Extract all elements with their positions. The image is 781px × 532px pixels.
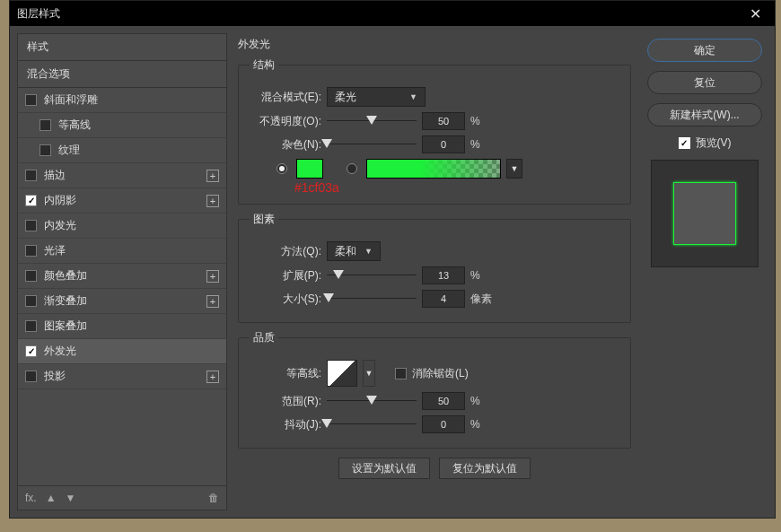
sidebar-header-blend[interactable]: 混合选项 bbox=[18, 61, 226, 88]
new-style-button[interactable]: 新建样式(W)... bbox=[647, 103, 762, 126]
settings-panel: 外发光 结构 混合模式(E): 柔光 ▼ 不透明度(O): % bbox=[234, 33, 635, 510]
sidebar-item[interactable]: 颜色叠加+ bbox=[18, 264, 226, 289]
blend-mode-select[interactable]: 柔光 ▼ bbox=[327, 87, 426, 107]
sidebar-item[interactable]: 外发光 bbox=[18, 339, 226, 364]
elements-group: 图素 方法(Q): 柔和 ▼ 扩展(P): % 大小(S): bbox=[238, 212, 631, 323]
range-input[interactable] bbox=[422, 392, 465, 410]
style-label: 描边 bbox=[44, 168, 206, 183]
add-effect-icon[interactable]: + bbox=[206, 295, 219, 308]
reset-default-button[interactable]: 复位为默认值 bbox=[439, 458, 531, 479]
noise-slider[interactable] bbox=[327, 138, 417, 151]
titlebar: 图层样式 ✕ bbox=[10, 1, 775, 26]
sidebar-item[interactable]: 光泽 bbox=[18, 239, 226, 264]
spread-unit: % bbox=[470, 269, 497, 282]
style-label: 图案叠加 bbox=[44, 318, 219, 334]
sidebar-item[interactable]: 纹理 bbox=[18, 138, 226, 163]
style-checkbox[interactable] bbox=[25, 245, 37, 257]
sidebar-footer: fx. ▲ ▼ 🗑 bbox=[18, 485, 226, 510]
spread-slider[interactable] bbox=[327, 269, 417, 282]
contour-label: 等高线: bbox=[250, 366, 321, 381]
set-default-button[interactable]: 设置为默认值 bbox=[338, 458, 430, 479]
down-icon[interactable]: ▼ bbox=[66, 492, 76, 504]
style-checkbox[interactable] bbox=[25, 195, 37, 206]
sidebar-item[interactable]: 斜面和浮雕 bbox=[18, 88, 226, 113]
sidebar-item[interactable]: 渐变叠加+ bbox=[18, 289, 226, 314]
gradient-chevron-icon[interactable]: ▼ bbox=[506, 159, 522, 179]
style-label: 斜面和浮雕 bbox=[44, 92, 219, 108]
size-unit: 像素 bbox=[470, 292, 497, 307]
solid-color-radio[interactable] bbox=[276, 163, 287, 174]
sidebar-item[interactable]: 内发光 bbox=[18, 214, 226, 239]
ok-button[interactable]: 确定 bbox=[647, 39, 762, 62]
chevron-down-icon: ▼ bbox=[409, 92, 417, 101]
jitter-label: 抖动(J): bbox=[250, 417, 321, 432]
contour-picker[interactable] bbox=[327, 360, 357, 387]
add-effect-icon[interactable]: + bbox=[206, 270, 219, 283]
antialias-label: 消除锯齿(L) bbox=[412, 366, 469, 381]
close-icon[interactable]: ✕ bbox=[742, 5, 768, 22]
quality-legend: 品质 bbox=[250, 330, 278, 345]
style-label: 等高线 bbox=[58, 118, 219, 133]
technique-select[interactable]: 柔和 ▼ bbox=[327, 241, 381, 261]
sidebar-item[interactable]: 图案叠加 bbox=[18, 314, 226, 339]
style-checkbox[interactable] bbox=[25, 295, 37, 307]
size-slider[interactable] bbox=[327, 292, 417, 305]
range-slider[interactable] bbox=[327, 395, 417, 407]
sidebar-item[interactable]: 内阴影+ bbox=[18, 188, 226, 214]
sidebar-item[interactable]: 等高线 bbox=[18, 113, 226, 138]
size-input[interactable] bbox=[422, 290, 465, 308]
quality-group: 品质 等高线: ▼ 消除锯齿(L) 范围(R): % 抖动(J): bbox=[238, 330, 631, 449]
jitter-input[interactable] bbox=[422, 415, 465, 433]
style-checkbox[interactable] bbox=[25, 345, 37, 357]
size-label: 大小(S): bbox=[250, 292, 321, 307]
up-icon[interactable]: ▲ bbox=[46, 492, 57, 504]
style-checkbox[interactable] bbox=[25, 94, 37, 106]
style-checkbox[interactable] bbox=[25, 220, 37, 231]
style-checkbox[interactable] bbox=[25, 170, 37, 181]
fx-icon[interactable]: fx. bbox=[25, 492, 37, 504]
style-label: 内阴影 bbox=[44, 193, 206, 208]
preview-checkbox-row[interactable]: 预览(V) bbox=[679, 135, 732, 151]
jitter-unit: % bbox=[470, 418, 497, 431]
style-label: 纹理 bbox=[58, 143, 219, 158]
spread-label: 扩展(P): bbox=[250, 268, 321, 283]
layer-style-dialog: 图层样式 ✕ 样式 混合选项 斜面和浮雕等高线纹理描边+内阴影+内发光光泽颜色叠… bbox=[9, 0, 776, 519]
style-checkbox[interactable] bbox=[39, 119, 51, 131]
blend-mode-label: 混合模式(E): bbox=[250, 90, 321, 105]
sidebar-item[interactable]: 投影+ bbox=[18, 364, 226, 389]
color-swatch[interactable] bbox=[296, 159, 323, 179]
gradient-swatch[interactable] bbox=[366, 159, 501, 179]
sidebar-item[interactable]: 描边+ bbox=[18, 163, 226, 188]
content: 样式 混合选项 斜面和浮雕等高线纹理描边+内阴影+内发光光泽颜色叠加+渐变叠加+… bbox=[10, 26, 775, 518]
add-effect-icon[interactable]: + bbox=[206, 170, 219, 182]
noise-label: 杂色(N): bbox=[250, 137, 321, 153]
sidebar-header-styles[interactable]: 样式 bbox=[18, 34, 226, 61]
style-label: 内发光 bbox=[44, 218, 219, 233]
contour-chevron-icon[interactable]: ▼ bbox=[363, 360, 375, 387]
style-label: 投影 bbox=[44, 369, 206, 384]
cancel-button[interactable]: 复位 bbox=[647, 71, 762, 94]
style-checkbox[interactable] bbox=[25, 270, 37, 282]
style-checkbox[interactable] bbox=[25, 320, 37, 332]
antialias-checkbox[interactable] bbox=[395, 368, 407, 379]
dialog-title: 图层样式 bbox=[17, 6, 742, 22]
spread-input[interactable] bbox=[422, 266, 465, 284]
jitter-slider[interactable] bbox=[327, 418, 417, 431]
right-panel: 确定 复位 新建样式(W)... 预览(V) bbox=[642, 33, 768, 510]
add-effect-icon[interactable]: + bbox=[206, 371, 219, 383]
color-code-annotation: #1cf03a bbox=[294, 180, 619, 195]
opacity-unit: % bbox=[470, 115, 497, 127]
trash-icon[interactable]: 🗑 bbox=[208, 492, 219, 504]
style-checkbox[interactable] bbox=[39, 144, 51, 156]
opacity-slider[interactable] bbox=[327, 115, 417, 127]
range-unit: % bbox=[470, 395, 497, 407]
structure-legend: 结构 bbox=[250, 57, 278, 73]
style-checkbox[interactable] bbox=[25, 371, 37, 382]
noise-input[interactable] bbox=[422, 135, 465, 153]
opacity-input[interactable] bbox=[422, 112, 465, 130]
add-effect-icon[interactable]: + bbox=[206, 195, 219, 207]
preview-thumbnail bbox=[651, 160, 759, 267]
style-label: 渐变叠加 bbox=[44, 293, 206, 309]
gradient-radio[interactable] bbox=[347, 163, 357, 174]
preview-checkbox[interactable] bbox=[679, 137, 690, 149]
